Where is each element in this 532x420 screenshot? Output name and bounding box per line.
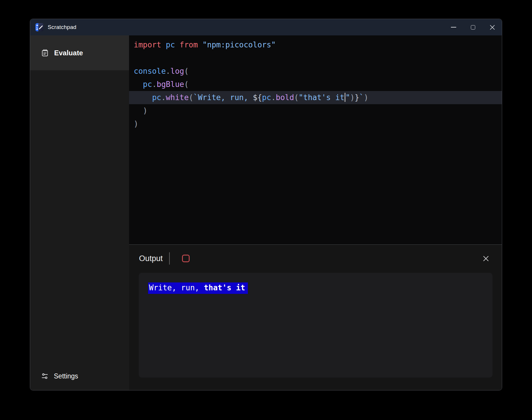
code-line[interactable]: import pc from "npm:picocolors": [129, 38, 502, 52]
titlebar: Scratchpad: [30, 19, 502, 35]
code-editor[interactable]: import pc from "npm:picocolors" console.…: [129, 35, 502, 244]
header-divider: [169, 252, 170, 265]
output-panel: Output Write, run, that's it: [129, 244, 502, 390]
sidebar-item-label: Evaluate: [54, 49, 83, 57]
maximize-icon: [471, 25, 475, 30]
close-icon: [490, 25, 495, 30]
console-text-bold: that's it: [204, 283, 245, 292]
minimize-icon: [451, 27, 456, 28]
minimize-button[interactable]: [444, 19, 463, 35]
maximize-button[interactable]: [463, 19, 483, 35]
code-line-active[interactable]: pc.white(`Write, run, ${pc.bold("that's …: [129, 91, 502, 104]
code-line[interactable]: pc.bgBlue(: [129, 78, 502, 91]
console-output-line: Write, run, that's it: [148, 282, 248, 294]
app-window: Scratchpad: [30, 19, 502, 390]
output-console[interactable]: Write, run, that's it: [139, 273, 492, 378]
output-header: Output: [129, 245, 502, 265]
sliders-icon: [41, 372, 49, 380]
sidebar-item-label: Settings: [54, 372, 78, 380]
output-close-button[interactable]: [482, 255, 490, 262]
window-content: Evaluate Settings import pc from "npm:pi…: [30, 35, 502, 390]
sidebar: Evaluate Settings: [30, 35, 129, 390]
output-title: Output: [139, 254, 163, 263]
code-line[interactable]: console.log(: [129, 65, 502, 78]
sidebar-item-evaluate[interactable]: Evaluate: [30, 35, 129, 70]
close-icon: [482, 255, 490, 262]
window-title: Scratchpad: [48, 24, 76, 30]
notepad-icon: [41, 49, 49, 57]
app-logo-icon: [35, 23, 44, 31]
code-line[interactable]: ): [129, 117, 502, 131]
code-line[interactable]: [129, 52, 502, 65]
stop-button[interactable]: [182, 255, 190, 262]
console-text: Write, run,: [149, 283, 204, 292]
code-line[interactable]: ): [129, 104, 502, 117]
sidebar-item-settings[interactable]: Settings: [30, 366, 129, 387]
window-controls: [444, 19, 502, 35]
close-button[interactable]: [483, 19, 502, 35]
main-panel: import pc from "npm:picocolors" console.…: [129, 35, 502, 390]
